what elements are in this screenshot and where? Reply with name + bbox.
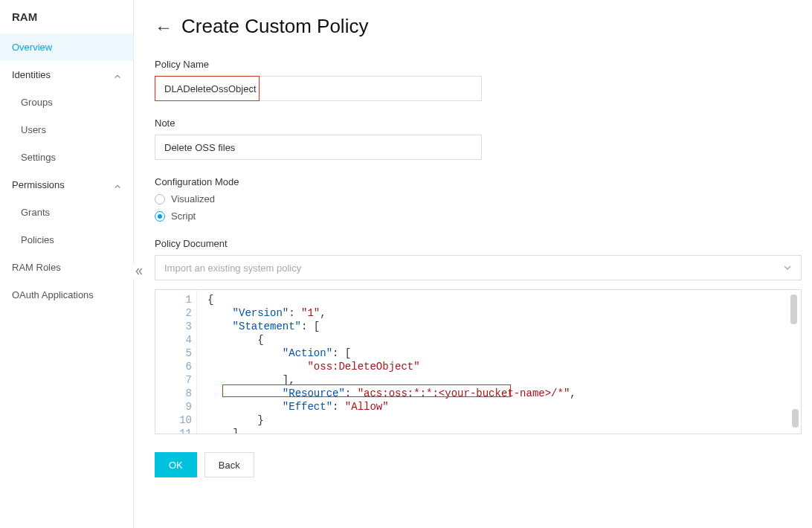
- editor-code[interactable]: { "Version": "1", "Statement": [ { "Acti…: [207, 293, 793, 434]
- sidebar: RAM OverviewIdentitiesGroupsUsersSetting…: [0, 0, 134, 528]
- code-line: "Effect": "Allow": [207, 400, 793, 413]
- nav-list: OverviewIdentitiesGroupsUsersSettingsPer…: [0, 33, 133, 309]
- chevron-up-icon: [114, 181, 121, 189]
- sidebar-section-identities[interactable]: Identities: [0, 61, 133, 88]
- code-line: {: [207, 333, 793, 347]
- radio-visualized[interactable]: Visualized: [155, 193, 802, 205]
- sidebar-item-ram-roles[interactable]: RAM Roles: [0, 254, 133, 281]
- sidebar-item-groups[interactable]: Groups: [0, 88, 133, 116]
- sidebar-item-grants[interactable]: Grants: [0, 199, 133, 226]
- code-line: "Version": "1",: [207, 306, 793, 320]
- line-number: 2: [155, 306, 192, 320]
- sidebar-section-permissions[interactable]: Permissions: [0, 171, 133, 199]
- back-arrow-icon[interactable]: ←: [155, 17, 173, 36]
- code-line: {: [207, 293, 793, 306]
- policy-name-label: Policy Name: [155, 59, 802, 70]
- page-header: ← Create Custom Policy: [155, 15, 802, 38]
- line-number: 6: [155, 360, 192, 373]
- sidebar-item-policies[interactable]: Policies: [0, 226, 133, 254]
- editor-scrollbar[interactable]: [790, 294, 799, 428]
- policy-name-input[interactable]: [155, 76, 482, 101]
- ok-button[interactable]: OK: [155, 452, 197, 477]
- note-input[interactable]: [155, 135, 482, 160]
- radio-script-label: Script: [171, 210, 196, 222]
- line-number: 11: [155, 427, 192, 434]
- sidebar-item-oauth-applications[interactable]: OAuth Applications: [0, 281, 133, 309]
- main-content: ← Create Custom Policy Policy Name Note …: [134, 0, 812, 528]
- code-line: "Statement": [: [207, 320, 793, 333]
- code-line: "Action": [: [207, 347, 793, 360]
- note-group: Note: [155, 117, 802, 160]
- radio-icon: [155, 211, 165, 222]
- sidebar-section-label: Identities: [12, 69, 51, 80]
- config-mode-label: Configuration Mode: [155, 176, 802, 187]
- radio-visualized-label: Visualized: [171, 193, 215, 205]
- radio-icon: [155, 194, 165, 205]
- policy-document-label: Policy Document: [155, 238, 802, 249]
- code-line: "Resource": "acs:oss:*:*:<your-bucket-na…: [207, 387, 793, 400]
- back-button[interactable]: Back: [204, 452, 254, 477]
- code-line: "oss:DeleteObject": [207, 360, 793, 373]
- policy-name-highlight: [155, 76, 802, 101]
- chevron-down-icon: [783, 263, 792, 272]
- code-line: }: [207, 413, 793, 427]
- line-number: 7: [155, 373, 192, 387]
- line-number: 9: [155, 400, 192, 413]
- config-mode-group: Configuration Mode Visualized Script: [155, 176, 802, 222]
- code-line: ],: [207, 373, 793, 387]
- sidebar-item-settings[interactable]: Settings: [0, 144, 133, 171]
- line-number: 3: [155, 320, 192, 333]
- policy-document-group: Policy Document Import an existing syste…: [155, 238, 802, 434]
- policy-name-group: Policy Name: [155, 59, 802, 101]
- editor-gutter: 1234567891011: [155, 290, 197, 434]
- line-number: 4: [155, 333, 192, 347]
- import-policy-placeholder: Import an existing system policy: [164, 263, 301, 274]
- import-policy-dropdown[interactable]: Import an existing system policy: [155, 255, 802, 280]
- sidebar-item-overview[interactable]: Overview: [0, 33, 133, 61]
- brand-title: RAM: [0, 0, 133, 33]
- sidebar-section-label: Permissions: [12, 179, 65, 190]
- line-number: 1: [155, 293, 192, 306]
- radio-script[interactable]: Script: [155, 210, 802, 222]
- note-label: Note: [155, 117, 802, 129]
- chevron-up-icon: [114, 71, 121, 79]
- line-number: 10: [155, 413, 192, 427]
- sidebar-item-users[interactable]: Users: [0, 116, 133, 144]
- line-number: 5: [155, 347, 192, 360]
- form-actions: OK Back: [155, 452, 802, 477]
- policy-editor[interactable]: 1234567891011 { "Version": "1", "Stateme…: [155, 289, 802, 434]
- line-number: 8: [155, 387, 192, 400]
- page-title: Create Custom Policy: [181, 15, 368, 38]
- code-line: ]: [207, 427, 793, 434]
